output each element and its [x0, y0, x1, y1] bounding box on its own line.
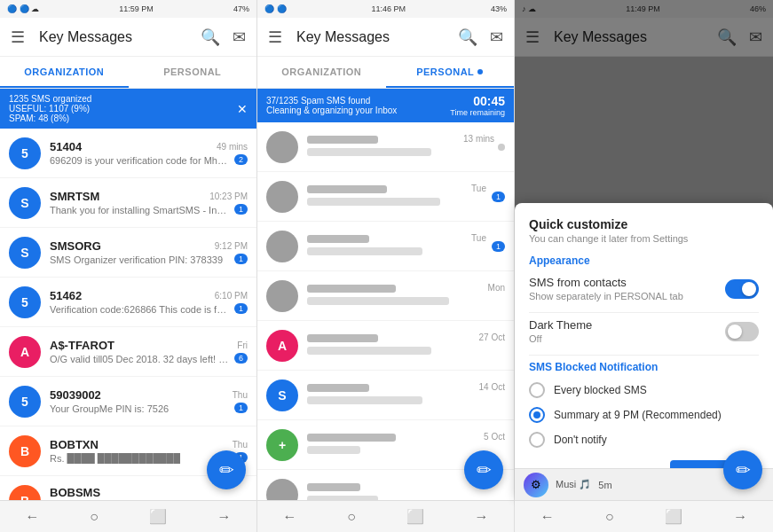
notif-close-left[interactable]: ✕ [237, 102, 248, 116]
list-item[interactable]: 13 mins [257, 122, 514, 172]
msg-sender: BOBTXN [50, 438, 99, 451]
fab-right[interactable]: ✏ [723, 450, 762, 489]
msg-preview-blurred [307, 247, 422, 255]
msg-preview: 696209 is your verification code for Mho… [50, 155, 229, 166]
list-item[interactable]: 5 51462 6:10 PM Verification code:626866… [0, 278, 256, 327]
msg-content: Mon [307, 283, 505, 309]
panel-left: 🔵 🔵 ☁ 11:59 PM 47% ☰ Key Messages 🔍 ✉ OR… [0, 0, 257, 532]
toggle-sms-contacts[interactable] [725, 279, 759, 299]
fab-left[interactable]: ✏ [207, 450, 246, 489]
compose-icon-mid[interactable]: ✉ [490, 27, 503, 47]
list-item[interactable]: Tue 1 [257, 222, 514, 271]
back-icon-right[interactable]: ← [540, 509, 555, 525]
radio-every-blocked[interactable]: Every blocked SMS [529, 382, 759, 398]
list-item[interactable]: A 27 Oct [257, 321, 514, 371]
forward-icon-mid[interactable]: → [475, 509, 489, 525]
tab-personal-mid[interactable]: PERSONAL [386, 57, 515, 88]
msg-sender: BOBSMS [50, 486, 100, 499]
msg-preview: Verification code:626866 This code is fo… [50, 304, 229, 315]
radio-summary[interactable]: Summary at 9 PM (Recommended) [529, 407, 759, 423]
list-item[interactable]: Mon [257, 271, 514, 321]
tab-organization-mid[interactable]: ORGANIZATION [257, 57, 386, 88]
msg-time: 9:12 PM [215, 241, 248, 251]
list-item[interactable]: Tue 1 [257, 172, 514, 222]
msg-sender: 59039002 [50, 388, 101, 402]
status-battery-left: 47% [233, 4, 249, 13]
status-battery-mid: 43% [491, 4, 507, 13]
recent-icon-left[interactable]: ⬜ [149, 508, 167, 525]
tab-organization-left[interactable]: ORGANIZATION [0, 57, 129, 88]
msg-sender: SMRTSM [50, 190, 99, 203]
status-info-mid: 11:46 PM [371, 4, 406, 13]
toggle-dark-theme[interactable] [725, 322, 759, 341]
msg-time: Thu [233, 440, 248, 450]
bottom-notif-text: Musi 🎵 [556, 479, 591, 490]
status-bar-mid: 🔵 🔵 11:46 PM 43% [257, 0, 514, 18]
qc-dark-theme-sub: Off [529, 333, 592, 344]
msg-time: 14 Oct [479, 382, 505, 392]
notif-timer: 00:45 Time remaining [450, 94, 505, 117]
home-icon-mid[interactable]: ○ [347, 509, 356, 525]
notif-bar-left: 1235 SMS organized USEFUL: 1107 (9%) SPA… [0, 89, 256, 129]
msg-time: 49 mins [217, 142, 248, 152]
msg-preview: Rs. ████ ████████████ [50, 453, 180, 464]
title-left: Key Messages [39, 29, 201, 45]
qc-dark-theme-label: Dark Theme [529, 318, 592, 332]
msg-list-mid: 13 mins Tue 1 Tue [257, 122, 514, 500]
radio-dont-notify[interactable]: Don't notify [529, 432, 759, 448]
qc-subtitle: You can change it later from Settings [529, 233, 759, 244]
list-item[interactable]: S 14 Oct [257, 371, 514, 420]
msg-time: 5 Oct [484, 432, 505, 442]
msg-preview-blurred [307, 446, 360, 454]
notif-spam-left: SPAM: 48 (8%) [9, 113, 91, 123]
back-icon-left[interactable]: ← [25, 509, 39, 525]
back-icon-mid[interactable]: ← [282, 509, 296, 525]
msg-preview: Thank you for installing SmartSMS - Indi… [50, 205, 229, 215]
list-item[interactable]: S SMSORG 9:12 PM SMS Organizer verificat… [0, 228, 256, 278]
home-icon-left[interactable]: ○ [90, 509, 99, 525]
avatar: A [266, 330, 298, 362]
forward-icon-left[interactable]: → [217, 509, 232, 525]
menu-icon-left[interactable]: ☰ [11, 27, 25, 47]
tab-personal-left[interactable]: PERSONAL [129, 57, 257, 88]
msg-content: 14 Oct [307, 382, 505, 408]
msg-time: Thu [233, 390, 248, 400]
list-item[interactable]: S SMRTSM 10:23 PM Thank you for installi… [0, 178, 256, 228]
fab-mid[interactable]: ✏ [464, 450, 503, 489]
search-icon-mid[interactable]: 🔍 [458, 27, 477, 47]
panel-right: ♪ ☁ 11:49 PM 46% ☰ Key Messages 🔍 ✉ Quic… [515, 0, 773, 532]
search-icon-left[interactable]: 🔍 [201, 27, 220, 47]
msg-time: 13 mins [463, 134, 494, 144]
msg-preview-blurred [307, 198, 440, 206]
status-bar-left: 🔵 🔵 ☁ 11:59 PM 47% [0, 0, 256, 18]
msg-preview-blurred [307, 148, 431, 156]
msg-badge: 1 [234, 403, 248, 413]
avatar-img [266, 131, 298, 163]
msg-preview: SMS Organizer verification PIN: 378339 [50, 254, 223, 265]
bottom-bar-left: ← ○ ⬜ → [0, 500, 256, 532]
msg-sender-blurred [307, 434, 396, 442]
list-item[interactable]: 5 59039002 Thu Your GroupMe PIN is: 7526… [0, 377, 256, 426]
msg-list-left: 5 51404 49 mins 696209 is your verificat… [0, 129, 256, 500]
list-item[interactable]: A A$-TFAROT Fri O/G valid till05 Dec 201… [0, 327, 256, 377]
menu-icon-mid[interactable]: ☰ [268, 27, 282, 47]
list-item[interactable]: 5 51404 49 mins 696209 is your verificat… [0, 129, 256, 178]
msg-preview-blurred [307, 396, 422, 404]
toggle-sms-contacts-knob [742, 282, 756, 296]
radio-label-summary: Summary at 9 PM (Recommended) [554, 409, 722, 421]
home-icon-right[interactable]: ○ [605, 509, 614, 525]
compose-icon-left[interactable]: ✉ [233, 27, 246, 47]
msg-sender-blurred [307, 185, 387, 193]
recent-icon-mid[interactable]: ⬜ [406, 508, 424, 525]
msg-preview: O/G valid till05 Dec 2018. 32 days left!… [50, 354, 229, 364]
bottom-notif-sub: 5m [598, 480, 611, 490]
tab-dot [477, 69, 483, 74]
recent-icon-right[interactable]: ⬜ [665, 508, 682, 525]
msg-content: 51404 49 mins 696209 is your verificatio… [50, 140, 248, 166]
msg-badge: 1 [492, 241, 505, 252]
qc-sms-contacts-row: SMS from contacts Show separately in PER… [529, 276, 759, 301]
divider [529, 312, 759, 313]
qc-sms-contacts-label: SMS from contacts [529, 276, 683, 289]
forward-icon-right[interactable]: → [733, 509, 747, 525]
avatar: S [266, 379, 298, 411]
